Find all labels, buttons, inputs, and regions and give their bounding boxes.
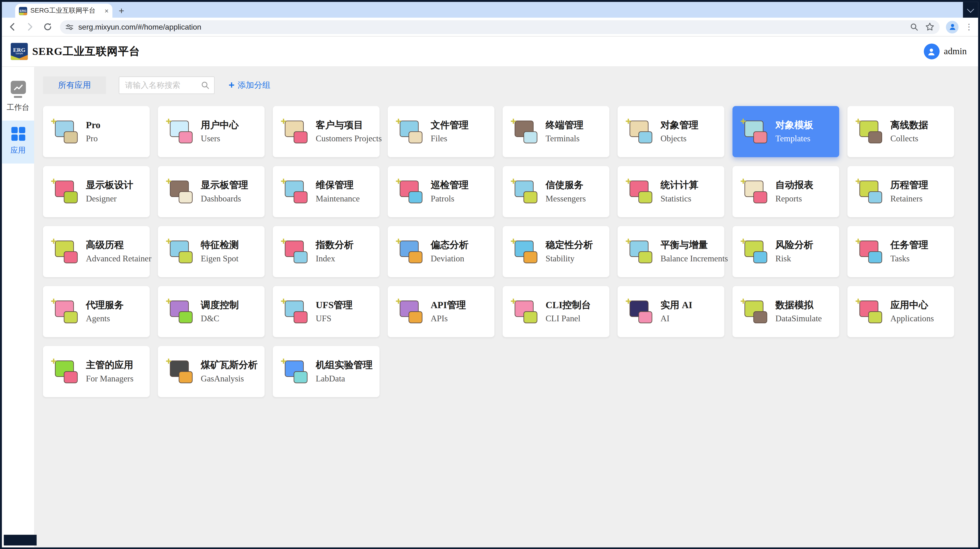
back-button[interactable] — [5, 19, 19, 34]
app-card-tasks[interactable]: 任务管理 Tasks — [848, 226, 954, 277]
app-card-subtitle: Balance Increments — [660, 251, 724, 265]
app-card-title: 特征检测 — [201, 238, 239, 251]
app-card-deviation[interactable]: 偏态分析 Deviation — [388, 226, 495, 277]
app-card-users[interactable]: 用户中心 Users — [158, 106, 264, 157]
app-card-dashboards[interactable]: 显示板管理 Dashboards — [158, 166, 264, 217]
address-bar[interactable]: serg.mixyun.com/#/home/application — [60, 20, 939, 33]
sparkle-icon — [396, 178, 401, 183]
reload-button[interactable] — [40, 19, 55, 34]
app-card-risk[interactable]: 风险分析 Risk — [732, 226, 839, 277]
chevron-down-icon[interactable] — [967, 5, 974, 13]
app-card-subtitle: CLI Panel — [546, 312, 591, 325]
chart-board-icon — [166, 177, 195, 206]
app-card-subtitle: Objects — [660, 132, 698, 145]
app-card-datasimulate[interactable]: 数据模拟 DataSimulate — [732, 286, 839, 337]
app-card-maintenance[interactable]: 维保管理 Maintenance — [273, 166, 380, 217]
browser-menu-icon[interactable]: ⋮ — [965, 22, 973, 32]
sparkle-icon — [741, 178, 746, 183]
user-menu[interactable]: admin — [924, 44, 967, 59]
user-avatar-icon[interactable] — [924, 44, 939, 59]
cloud-lock-servers-icon — [51, 117, 80, 146]
app-card-subtitle: Reports — [775, 192, 813, 205]
app-card-ufs[interactable]: UFS管理 UFS — [273, 286, 380, 337]
tab-close-icon[interactable]: × — [105, 7, 109, 14]
app-card-for-managers[interactable]: 主管的应用 For Managers — [43, 346, 150, 397]
app-card-subtitle: Users — [201, 132, 239, 145]
new-tab-button[interactable]: + — [119, 5, 124, 16]
app-card-retainers[interactable]: 历程管理 Retainers — [848, 166, 954, 217]
app-card-dc[interactable]: 调度控制 D&C — [158, 286, 264, 337]
app-card-title: 维保管理 — [316, 178, 360, 192]
sidebar-item-workbench[interactable]: 工作台 — [2, 75, 34, 120]
app-card-templates[interactable]: 对象模板 Templates — [732, 106, 839, 157]
magnifier-dot-grid-icon — [741, 237, 770, 266]
sparkle-icon — [281, 298, 286, 303]
app-card-gasanalysis[interactable]: 煤矿瓦斯分析 GasAnalysis — [158, 346, 264, 397]
browser-tab[interactable]: ERG SERG工业互联网平台 × — [15, 4, 112, 18]
terminal-board-icon — [511, 117, 540, 146]
page-title: SERG工业互联网平台 — [32, 44, 140, 59]
app-card-apis[interactable]: API管理 APIs — [388, 286, 495, 337]
sparkle-icon — [396, 118, 401, 123]
app-card-objects[interactable]: 对象管理 Objects — [617, 106, 724, 157]
app-card-subtitle: Dashboards — [201, 192, 248, 205]
chat-timeline-bars-icon — [51, 237, 80, 266]
app-card-eigen-spot[interactable]: 特征检测 Eigen Spot — [158, 226, 264, 277]
app-card-customers-projects[interactable]: 客户与项目 Customers Projects — [273, 106, 380, 157]
sparkle-icon — [741, 298, 746, 303]
sparkle-icon — [511, 298, 516, 303]
app-card-stability[interactable]: 稳定性分析 Stability — [503, 226, 609, 277]
site-settings-icon[interactable] — [65, 22, 74, 31]
app-card-subtitle: Eigen Spot — [201, 251, 239, 265]
app-card-messengers[interactable]: 信使服务 Messengers — [503, 166, 609, 217]
app-grid: Pro Pro 用户中心 Users 客户与项目 Customers Proje… — [43, 106, 978, 397]
zoom-icon[interactable] — [910, 22, 919, 31]
window-controls-area — [963, 2, 978, 18]
app-card-subtitle: Patrols — [431, 192, 469, 205]
app-card-subtitle: Terminals — [546, 132, 584, 145]
app-card-subtitle: Risk — [775, 251, 813, 265]
forward-button[interactable] — [22, 19, 37, 34]
all-apps-filter-button[interactable]: 所有应用 — [43, 76, 106, 94]
app-card-subtitle: Stability — [546, 251, 593, 265]
app-card-pro[interactable]: Pro Pro — [43, 106, 150, 157]
frame-corner-block — [4, 535, 37, 546]
app-grid-icon — [11, 127, 25, 140]
sparkle-icon — [51, 238, 56, 243]
monitor-server-sync-icon — [741, 297, 770, 326]
app-card-cli-panel[interactable]: CLI控制台 CLI Panel — [503, 286, 609, 337]
app-card-terminals[interactable]: 终端管理 Terminals — [503, 106, 609, 157]
bookmark-star-icon[interactable] — [925, 22, 935, 32]
app-card-subtitle: Collects — [890, 132, 928, 145]
app-card-files[interactable]: 文件管理 Files — [388, 106, 495, 157]
app-card-agents[interactable]: 代理服务 Agents — [43, 286, 150, 337]
add-group-button[interactable]: + 添加分组 — [229, 80, 270, 91]
sparkle-icon — [166, 238, 171, 243]
app-card-subtitle: Applications — [890, 312, 934, 325]
app-card-title: 自动报表 — [775, 178, 813, 192]
app-card-ai[interactable]: 实用 AI AI — [617, 286, 724, 337]
search-input[interactable] — [124, 80, 201, 90]
url-text[interactable]: serg.mixyun.com/#/home/application — [78, 22, 910, 31]
search-icon[interactable] — [201, 81, 210, 90]
add-group-label: 添加分组 — [237, 80, 270, 91]
server-brush-icon — [396, 297, 425, 326]
app-card-labdata[interactable]: 机组实验管理 LabData — [273, 346, 380, 397]
app-card-applications[interactable]: 应用中心 Applications — [848, 286, 954, 337]
sparkle-icon — [51, 118, 56, 123]
app-card-collects[interactable]: 离线数据 Collects — [848, 106, 954, 157]
app-card-patrols[interactable]: 巡检管理 Patrols — [388, 166, 495, 217]
app-card-designer[interactable]: 显示板设计 Designer — [43, 166, 150, 217]
candlestick-chart-icon — [281, 237, 310, 266]
browser-profile-avatar[interactable] — [946, 21, 959, 33]
app-card-balance-increments[interactable]: 平衡与增量 Balance Increments — [617, 226, 724, 277]
app-card-index[interactable]: 指数分析 Index — [273, 226, 380, 277]
sidebar-item-applications[interactable]: 应用 — [2, 120, 34, 163]
app-card-subtitle: Statistics — [660, 192, 698, 205]
app-card-title: API管理 — [431, 298, 466, 312]
app-card-reports[interactable]: 自动报表 Reports — [732, 166, 839, 217]
app-card-subtitle: GasAnalysis — [201, 372, 258, 385]
app-card-advanced-retainer[interactable]: 高级历程 Advanced Retainer — [43, 226, 150, 277]
workbench-icon-underline — [14, 96, 22, 98]
app-card-statistics[interactable]: 统计计算 Statistics — [617, 166, 724, 217]
